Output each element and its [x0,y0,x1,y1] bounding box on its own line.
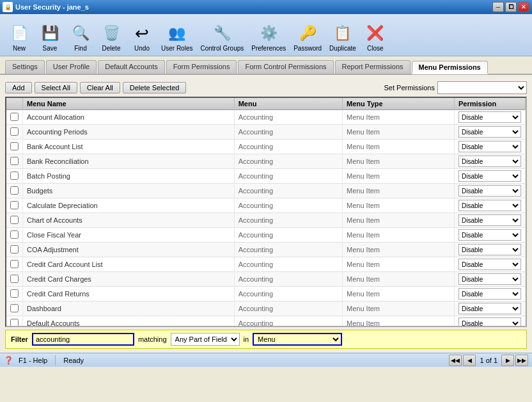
row-menu-type: Menu Item [343,257,455,272]
row-menu-type: Menu Item [343,272,455,287]
row-checkbox[interactable] [10,230,19,239]
row-checkbox[interactable] [10,319,19,327]
row-checkbox[interactable] [10,289,19,298]
table-row: Batch Posting Accounting Menu Item Disab… [6,169,526,184]
toolbar-find-button[interactable]: Find [66,22,95,53]
table-row: Calculate Depreciation Accounting Menu I… [6,198,526,213]
set-permissions-select[interactable]: Disable Enable No Access [437,81,527,94]
next-page-button[interactable]: ▶ [501,355,514,366]
new-icon [9,23,29,44]
toolbar-control-groups-button[interactable]: Control Groups [198,22,246,53]
help-icon: ❓ [4,356,13,365]
row-permission-select[interactable]: DisableEnableNo Access [458,126,521,138]
table-row: Accounting Periods Accounting Menu Item … [6,125,526,140]
user-roles-icon [167,23,187,44]
row-checkbox[interactable] [10,113,19,121]
row-checkbox[interactable] [10,304,19,312]
clear-all-button[interactable]: Clear All [80,82,120,93]
row-permission-select[interactable]: DisableEnableNo Access [458,185,521,197]
app-icon: 🔒 [3,2,13,12]
row-permission-select[interactable]: DisableEnableNo Access [458,273,521,285]
row-permission-select[interactable]: DisableEnableNo Access [458,111,521,123]
tab-user-profile[interactable]: User Profile [46,60,97,74]
tab-menu-permissions[interactable]: Menu Permissions [412,61,488,74]
row-checkbox[interactable] [10,186,19,195]
row-checkbox-cell [6,243,23,257]
select-all-button[interactable]: Select All [35,82,77,93]
toolbar-close-button[interactable]: Close [361,22,389,53]
col-menu-type: Menu Type [343,98,455,110]
toolbar-preferences-button[interactable]: Preferences [249,22,288,53]
row-checkbox[interactable] [10,157,19,165]
row-checkbox-cell [6,169,23,184]
toolbar-delete-button[interactable]: Delete [97,22,125,53]
tab-settings[interactable]: Settings [5,60,45,74]
row-checkbox[interactable] [10,127,19,136]
menu-permissions-table: Menu Name Menu Menu Type Permission Acco… [5,97,527,327]
row-checkbox[interactable] [10,201,19,209]
row-checkbox[interactable] [10,142,19,150]
tab-form-control-permissions[interactable]: Form Control Permissions [238,60,333,74]
row-permission-select[interactable]: DisableEnableNo Access [458,318,521,327]
row-menu-name: Bank Reconciliation [23,154,235,169]
row-permission-select[interactable]: DisableEnableNo Access [458,214,521,226]
set-permissions-label: Set Permissions [384,84,435,92]
row-menu: Accounting [234,125,342,140]
close-label: Close [367,45,384,52]
in-label: in [244,335,249,343]
row-permission-select[interactable]: DisableEnableNo Access [458,229,521,241]
row-permission-select[interactable]: DisableEnableNo Access [458,259,521,270]
tab-default-accounts[interactable]: Default Accounts [98,60,165,74]
row-menu-name: Credit Card Charges [23,272,235,287]
preferences-label: Preferences [251,45,286,52]
preferences-icon [258,23,279,44]
row-menu: Accounting [234,316,342,328]
row-menu-name: Bank Account List [23,140,235,154]
col-check [6,98,23,110]
tab-form-permissions[interactable]: Form Permissions [166,60,237,74]
restore-button[interactable]: ⧠ [505,2,517,12]
row-checkbox[interactable] [10,245,19,253]
matching-select[interactable]: Any Part of FieldExact MatchBegins With [171,333,240,346]
toolbar-new-button[interactable]: New [5,22,33,53]
delete-icon [101,23,121,44]
toolbar-user-roles-button[interactable]: User Roles [159,22,195,53]
toolbar-undo-button[interactable]: Undo [128,22,156,53]
row-permission-select[interactable]: DisableEnableNo Access [458,244,521,255]
row-permission-cell: DisableEnableNo Access [455,154,526,169]
first-page-button[interactable]: ◀◀ [449,355,462,366]
col-permission: Permission [455,98,526,110]
delete-selected-button[interactable]: Delete Selected [123,82,187,93]
row-permission-select[interactable]: DisableEnableNo Access [458,170,521,182]
row-permission-cell: DisableEnableNo Access [455,316,526,328]
add-button[interactable]: Add [5,82,32,93]
minimize-button[interactable]: ─ [492,2,504,12]
toolbar: New Save Find Delete Undo User Roles Con… [0,14,532,56]
row-menu: Accounting [234,272,342,287]
row-menu-type: Menu Item [343,302,455,316]
prev-page-button[interactable]: ◀ [463,355,476,366]
row-permission-select[interactable]: DisableEnableNo Access [458,200,521,211]
last-page-button[interactable]: ▶▶ [515,355,528,366]
row-permission-select[interactable]: DisableEnableNo Access [458,303,521,314]
action-bar: Add Select All Clear All Delete Selected… [5,79,527,97]
row-checkbox[interactable] [10,275,19,283]
row-menu-type: Menu Item [343,287,455,302]
row-checkbox[interactable] [10,216,19,224]
in-select[interactable]: MenuMenu NameMenu TypePermission [253,333,342,346]
row-checkbox[interactable] [10,172,19,180]
row-menu-name: COA Adjustment [23,243,235,257]
row-permission-select[interactable]: DisableEnableNo Access [458,141,521,152]
filter-input[interactable] [32,333,134,346]
row-menu-type: Menu Item [343,154,455,169]
toolbar-save-button[interactable]: Save [36,22,64,53]
row-menu-type: Menu Item [343,140,455,154]
toolbar-password-button[interactable]: Password [291,22,324,53]
row-permission-select[interactable]: DisableEnableNo Access [458,156,521,167]
tab-report-permissions[interactable]: Report Permissions [335,60,411,74]
close-window-button[interactable]: ✕ [518,2,529,12]
window-title: User Security - jane_s [15,3,492,11]
toolbar-duplicate-button[interactable]: Duplicate [327,22,359,53]
row-checkbox[interactable] [10,260,19,268]
row-permission-select[interactable]: DisableEnableNo Access [458,288,521,300]
